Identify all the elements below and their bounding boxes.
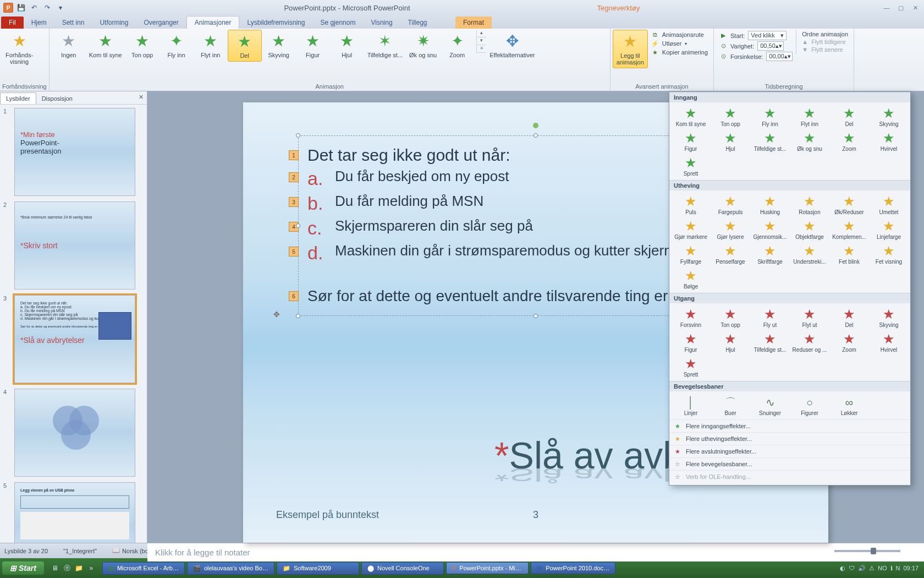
anim-option[interactable]: ★Sprett bbox=[672, 355, 710, 379]
anim-zoom[interactable]: ✦Zoom bbox=[440, 30, 474, 61]
app-icon[interactable]: P bbox=[3, 3, 13, 13]
tray-icon[interactable]: ℹ bbox=[890, 565, 893, 572]
tray-lang[interactable]: NO bbox=[878, 565, 887, 571]
tab-review[interactable]: Se gjennom bbox=[312, 17, 363, 29]
task-powerpoint[interactable]: PPowerPoint.pptx - Mi… bbox=[446, 562, 529, 574]
anim-appear[interactable]: ★Kom til syne bbox=[86, 30, 125, 61]
close-icon[interactable]: ✕ bbox=[910, 4, 921, 12]
anim-option[interactable]: ★Fly ut bbox=[751, 306, 789, 329]
anim-path-option[interactable]: │Linjer bbox=[672, 394, 710, 417]
anim-option[interactable]: ★Figur bbox=[672, 129, 710, 153]
anim-option[interactable]: ★Hvirvel bbox=[870, 129, 908, 153]
tray-time[interactable]: 09:17 bbox=[903, 565, 919, 571]
anim-split[interactable]: ★Del bbox=[228, 30, 262, 62]
task-word[interactable]: WPowerPoint 2010.doc… bbox=[531, 562, 615, 574]
anim-option[interactable]: ★Komplemen... bbox=[830, 217, 868, 241]
more-emphasis[interactable]: Flere uthevingseffekter... bbox=[669, 432, 910, 445]
panel-close-icon[interactable]: ✕ bbox=[139, 94, 144, 101]
anim-fade[interactable]: ★Ton opp bbox=[125, 30, 160, 61]
save-icon[interactable]: 💾 bbox=[15, 2, 26, 13]
anim-option[interactable]: ★Gjennomsik... bbox=[751, 217, 789, 241]
anim-option[interactable]: ★Objektfarge bbox=[790, 217, 829, 241]
zoom-slider[interactable] bbox=[834, 550, 900, 552]
ql-chevron-icon[interactable]: » bbox=[86, 563, 97, 574]
anim-path-option[interactable]: ○Figurer bbox=[790, 394, 829, 417]
anim-option[interactable]: ★Hvirvel bbox=[870, 330, 908, 354]
anim-option[interactable]: ★Tilfeldige st... bbox=[751, 330, 789, 354]
ql-browser-icon[interactable]: ⓔ bbox=[62, 563, 73, 574]
task-excel[interactable]: ▦Microsoft Excel - Arb… bbox=[102, 562, 185, 575]
start-dropdown[interactable]: Ved klikk▾ bbox=[748, 31, 787, 40]
notes-pane[interactable]: Klikk for å legge til notater bbox=[147, 543, 924, 561]
anim-option[interactable]: ★Rotasjon bbox=[790, 193, 829, 216]
delay-spinner[interactable]: 00,00▴▾ bbox=[766, 52, 793, 61]
anim-shape[interactable]: ★Figur bbox=[296, 30, 330, 61]
anim-option[interactable]: ★Fargepuls bbox=[711, 193, 750, 216]
anim-option[interactable]: ★Sprett bbox=[672, 154, 710, 178]
thumb-4[interactable] bbox=[14, 389, 135, 477]
task-novell[interactable]: ⬤Novell ConsoleOne bbox=[361, 562, 444, 575]
anim-tag-2[interactable]: 2 bbox=[289, 172, 299, 182]
thumb-2[interactable]: *Bruk minimum størrelse 24 til vanlig te… bbox=[14, 201, 135, 290]
move-later-button[interactable]: ▼Flytt senere bbox=[802, 46, 848, 53]
tab-insert[interactable]: Sett inn bbox=[54, 17, 92, 29]
tray-icon[interactable]: 🛡 bbox=[849, 565, 855, 571]
anim-option[interactable]: ★Øk og snu bbox=[790, 129, 829, 153]
anim-option[interactable]: ★Gjør lysere bbox=[711, 217, 750, 241]
effect-options-button[interactable]: ✥Effektalternativer bbox=[486, 30, 538, 61]
add-animation-button[interactable]: ★Legg til animasjon bbox=[613, 30, 648, 68]
move-cursor-icon[interactable]: ✥ bbox=[273, 310, 280, 319]
anim-random[interactable]: ✶Tilfeldige st... bbox=[364, 30, 406, 61]
spellcheck-icon[interactable]: 📖 bbox=[112, 547, 120, 554]
anim-option[interactable]: ★Del bbox=[830, 105, 868, 128]
anim-wipe[interactable]: ★Skyving bbox=[262, 30, 296, 61]
anim-option[interactable]: ★Husking bbox=[751, 193, 789, 216]
anim-option[interactable]: ★Ton opp bbox=[711, 306, 750, 329]
tab-format[interactable]: Format bbox=[455, 17, 492, 29]
tab-file[interactable]: Fil bbox=[1, 17, 24, 29]
animation-pane-button[interactable]: ⧉Animasjonsrute bbox=[651, 31, 708, 39]
anim-option[interactable]: ★Hjul bbox=[711, 129, 750, 153]
qat-dropdown-icon[interactable]: ▾ bbox=[55, 2, 66, 13]
undo-icon[interactable]: ↶ bbox=[29, 2, 40, 13]
anim-option[interactable]: ★Umettet bbox=[870, 193, 908, 216]
tab-design[interactable]: Utforming bbox=[92, 17, 136, 29]
anim-option[interactable]: ★Figur bbox=[672, 330, 710, 354]
tab-addins[interactable]: Tillegg bbox=[400, 17, 435, 29]
thumb-1[interactable]: *Min første PowerPoint- presentasjon bbox=[14, 108, 135, 196]
anim-option[interactable]: ★Zoom bbox=[830, 129, 868, 153]
outline-tab[interactable]: Disposisjon bbox=[36, 93, 78, 104]
anim-option[interactable]: ★Linjefarge bbox=[870, 217, 908, 241]
task-software[interactable]: 📁Software2009 bbox=[277, 562, 359, 575]
more-exit[interactable]: Flere avslutningseffekter... bbox=[669, 445, 910, 457]
thumb-3[interactable]: Det tar seg ikke godt ut når:a. Du får b… bbox=[14, 295, 135, 383]
anim-option[interactable]: ★Flyt inn bbox=[790, 105, 829, 128]
anim-option[interactable]: ★Øk/Reduser bbox=[830, 193, 868, 216]
anim-option[interactable]: ★Skyving bbox=[870, 306, 908, 329]
anim-option[interactable]: ★Reduser og ... bbox=[790, 330, 829, 354]
restore-icon[interactable]: ▢ bbox=[895, 4, 906, 12]
anim-option[interactable]: ★Tilfeldige st... bbox=[751, 129, 789, 153]
anim-option[interactable]: ★Fyllfarge bbox=[672, 242, 710, 266]
task-video[interactable]: 🎬olelauvaas's video Bo… bbox=[187, 562, 274, 575]
anim-flyin[interactable]: ✦Fly inn bbox=[160, 30, 194, 61]
start-button[interactable]: ⊞Start bbox=[2, 561, 44, 575]
ql-explorer-icon[interactable]: 📁 bbox=[74, 563, 85, 574]
anim-tag-5[interactable]: 5 bbox=[289, 247, 299, 257]
anim-option[interactable]: ★Understreki... bbox=[790, 242, 829, 266]
anim-option[interactable]: ★Fly inn bbox=[751, 105, 789, 128]
tab-view[interactable]: Visning bbox=[363, 17, 400, 29]
anim-option[interactable]: ★Skyving bbox=[870, 105, 908, 128]
tab-transitions[interactable]: Overganger bbox=[136, 17, 186, 29]
anim-option[interactable]: ★Penselfarge bbox=[711, 242, 750, 266]
minimize-icon[interactable]: — bbox=[881, 4, 892, 12]
anim-none[interactable]: ★Ingen bbox=[52, 30, 86, 61]
anim-path-option[interactable]: ∞Løkker bbox=[830, 394, 868, 417]
preview-button[interactable]: ★ Forhånds- visning bbox=[2, 30, 36, 67]
anim-option[interactable]: ★Fet blink bbox=[830, 242, 868, 266]
anim-option[interactable]: ★Kom til syne bbox=[672, 105, 710, 128]
animation-painter-button[interactable]: ★Kopier animering bbox=[651, 48, 708, 56]
anim-option[interactable]: ★Hjul bbox=[711, 330, 750, 354]
tray-icon[interactable]: ⚠ bbox=[869, 565, 875, 572]
tray-icon[interactable]: ◐ bbox=[840, 565, 845, 572]
